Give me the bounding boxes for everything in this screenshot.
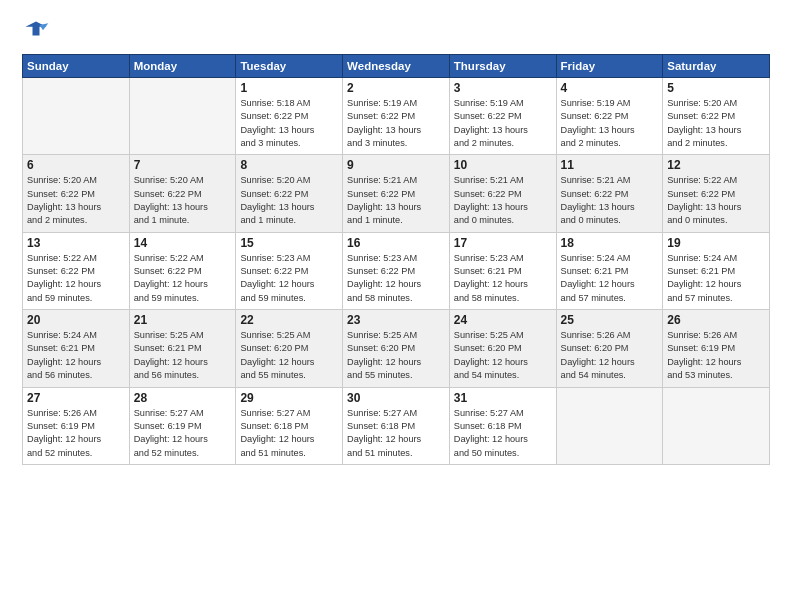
weekday-header-sunday: Sunday (23, 55, 130, 78)
day-number: 10 (454, 158, 552, 172)
day-info: Sunrise: 5:22 AM Sunset: 6:22 PM Dayligh… (667, 174, 765, 227)
calendar-cell (23, 78, 130, 155)
calendar-cell: 7Sunrise: 5:20 AM Sunset: 6:22 PM Daylig… (129, 155, 236, 232)
day-info: Sunrise: 5:19 AM Sunset: 6:22 PM Dayligh… (347, 97, 445, 150)
calendar-cell: 2Sunrise: 5:19 AM Sunset: 6:22 PM Daylig… (343, 78, 450, 155)
day-info: Sunrise: 5:26 AM Sunset: 6:20 PM Dayligh… (561, 329, 659, 382)
calendar-cell: 12Sunrise: 5:22 AM Sunset: 6:22 PM Dayli… (663, 155, 770, 232)
calendar-week-5: 27Sunrise: 5:26 AM Sunset: 6:19 PM Dayli… (23, 387, 770, 464)
day-number: 31 (454, 391, 552, 405)
day-number: 19 (667, 236, 765, 250)
day-number: 26 (667, 313, 765, 327)
day-info: Sunrise: 5:22 AM Sunset: 6:22 PM Dayligh… (27, 252, 125, 305)
calendar-cell: 16Sunrise: 5:23 AM Sunset: 6:22 PM Dayli… (343, 232, 450, 309)
calendar-cell: 24Sunrise: 5:25 AM Sunset: 6:20 PM Dayli… (449, 310, 556, 387)
calendar-cell: 3Sunrise: 5:19 AM Sunset: 6:22 PM Daylig… (449, 78, 556, 155)
calendar-cell: 23Sunrise: 5:25 AM Sunset: 6:20 PM Dayli… (343, 310, 450, 387)
day-info: Sunrise: 5:19 AM Sunset: 6:22 PM Dayligh… (561, 97, 659, 150)
day-number: 3 (454, 81, 552, 95)
day-info: Sunrise: 5:27 AM Sunset: 6:19 PM Dayligh… (134, 407, 232, 460)
day-info: Sunrise: 5:25 AM Sunset: 6:20 PM Dayligh… (347, 329, 445, 382)
calendar-cell: 29Sunrise: 5:27 AM Sunset: 6:18 PM Dayli… (236, 387, 343, 464)
calendar-week-3: 13Sunrise: 5:22 AM Sunset: 6:22 PM Dayli… (23, 232, 770, 309)
calendar-cell: 5Sunrise: 5:20 AM Sunset: 6:22 PM Daylig… (663, 78, 770, 155)
day-number: 16 (347, 236, 445, 250)
day-info: Sunrise: 5:24 AM Sunset: 6:21 PM Dayligh… (561, 252, 659, 305)
day-info: Sunrise: 5:18 AM Sunset: 6:22 PM Dayligh… (240, 97, 338, 150)
calendar-cell: 11Sunrise: 5:21 AM Sunset: 6:22 PM Dayli… (556, 155, 663, 232)
calendar-cell: 14Sunrise: 5:22 AM Sunset: 6:22 PM Dayli… (129, 232, 236, 309)
calendar-table: SundayMondayTuesdayWednesdayThursdayFrid… (22, 54, 770, 465)
calendar-cell: 8Sunrise: 5:20 AM Sunset: 6:22 PM Daylig… (236, 155, 343, 232)
header (22, 18, 770, 46)
calendar-cell: 31Sunrise: 5:27 AM Sunset: 6:18 PM Dayli… (449, 387, 556, 464)
day-number: 13 (27, 236, 125, 250)
day-info: Sunrise: 5:20 AM Sunset: 6:22 PM Dayligh… (134, 174, 232, 227)
day-info: Sunrise: 5:20 AM Sunset: 6:22 PM Dayligh… (667, 97, 765, 150)
day-info: Sunrise: 5:24 AM Sunset: 6:21 PM Dayligh… (667, 252, 765, 305)
calendar-cell (129, 78, 236, 155)
calendar-cell: 25Sunrise: 5:26 AM Sunset: 6:20 PM Dayli… (556, 310, 663, 387)
calendar-cell: 19Sunrise: 5:24 AM Sunset: 6:21 PM Dayli… (663, 232, 770, 309)
day-info: Sunrise: 5:20 AM Sunset: 6:22 PM Dayligh… (240, 174, 338, 227)
day-number: 22 (240, 313, 338, 327)
day-info: Sunrise: 5:21 AM Sunset: 6:22 PM Dayligh… (561, 174, 659, 227)
weekday-header-friday: Friday (556, 55, 663, 78)
calendar-cell: 9Sunrise: 5:21 AM Sunset: 6:22 PM Daylig… (343, 155, 450, 232)
day-info: Sunrise: 5:21 AM Sunset: 6:22 PM Dayligh… (347, 174, 445, 227)
day-number: 7 (134, 158, 232, 172)
calendar-cell: 20Sunrise: 5:24 AM Sunset: 6:21 PM Dayli… (23, 310, 130, 387)
calendar-week-4: 20Sunrise: 5:24 AM Sunset: 6:21 PM Dayli… (23, 310, 770, 387)
day-info: Sunrise: 5:23 AM Sunset: 6:22 PM Dayligh… (347, 252, 445, 305)
calendar-cell: 30Sunrise: 5:27 AM Sunset: 6:18 PM Dayli… (343, 387, 450, 464)
day-info: Sunrise: 5:19 AM Sunset: 6:22 PM Dayligh… (454, 97, 552, 150)
day-info: Sunrise: 5:21 AM Sunset: 6:22 PM Dayligh… (454, 174, 552, 227)
day-info: Sunrise: 5:23 AM Sunset: 6:21 PM Dayligh… (454, 252, 552, 305)
day-number: 29 (240, 391, 338, 405)
calendar-page: SundayMondayTuesdayWednesdayThursdayFrid… (0, 0, 792, 612)
calendar-cell: 13Sunrise: 5:22 AM Sunset: 6:22 PM Dayli… (23, 232, 130, 309)
day-info: Sunrise: 5:25 AM Sunset: 6:20 PM Dayligh… (454, 329, 552, 382)
weekday-header-saturday: Saturday (663, 55, 770, 78)
weekday-header-monday: Monday (129, 55, 236, 78)
day-number: 23 (347, 313, 445, 327)
calendar-cell: 17Sunrise: 5:23 AM Sunset: 6:21 PM Dayli… (449, 232, 556, 309)
day-info: Sunrise: 5:27 AM Sunset: 6:18 PM Dayligh… (240, 407, 338, 460)
calendar-cell (556, 387, 663, 464)
logo-icon (22, 18, 50, 46)
weekday-header-tuesday: Tuesday (236, 55, 343, 78)
day-info: Sunrise: 5:25 AM Sunset: 6:21 PM Dayligh… (134, 329, 232, 382)
weekday-header-row: SundayMondayTuesdayWednesdayThursdayFrid… (23, 55, 770, 78)
day-number: 25 (561, 313, 659, 327)
day-number: 4 (561, 81, 659, 95)
day-info: Sunrise: 5:20 AM Sunset: 6:22 PM Dayligh… (27, 174, 125, 227)
day-info: Sunrise: 5:24 AM Sunset: 6:21 PM Dayligh… (27, 329, 125, 382)
day-number: 2 (347, 81, 445, 95)
day-number: 14 (134, 236, 232, 250)
day-number: 6 (27, 158, 125, 172)
calendar-cell: 15Sunrise: 5:23 AM Sunset: 6:22 PM Dayli… (236, 232, 343, 309)
day-number: 1 (240, 81, 338, 95)
calendar-week-1: 1Sunrise: 5:18 AM Sunset: 6:22 PM Daylig… (23, 78, 770, 155)
day-number: 24 (454, 313, 552, 327)
day-info: Sunrise: 5:27 AM Sunset: 6:18 PM Dayligh… (347, 407, 445, 460)
day-number: 28 (134, 391, 232, 405)
calendar-cell: 27Sunrise: 5:26 AM Sunset: 6:19 PM Dayli… (23, 387, 130, 464)
calendar-cell: 22Sunrise: 5:25 AM Sunset: 6:20 PM Dayli… (236, 310, 343, 387)
day-number: 27 (27, 391, 125, 405)
day-info: Sunrise: 5:26 AM Sunset: 6:19 PM Dayligh… (27, 407, 125, 460)
calendar-cell: 6Sunrise: 5:20 AM Sunset: 6:22 PM Daylig… (23, 155, 130, 232)
day-number: 20 (27, 313, 125, 327)
calendar-cell: 26Sunrise: 5:26 AM Sunset: 6:19 PM Dayli… (663, 310, 770, 387)
weekday-header-thursday: Thursday (449, 55, 556, 78)
weekday-header-wednesday: Wednesday (343, 55, 450, 78)
calendar-cell (663, 387, 770, 464)
calendar-cell: 18Sunrise: 5:24 AM Sunset: 6:21 PM Dayli… (556, 232, 663, 309)
calendar-cell: 10Sunrise: 5:21 AM Sunset: 6:22 PM Dayli… (449, 155, 556, 232)
day-info: Sunrise: 5:27 AM Sunset: 6:18 PM Dayligh… (454, 407, 552, 460)
day-number: 15 (240, 236, 338, 250)
calendar-week-2: 6Sunrise: 5:20 AM Sunset: 6:22 PM Daylig… (23, 155, 770, 232)
day-number: 12 (667, 158, 765, 172)
calendar-cell: 1Sunrise: 5:18 AM Sunset: 6:22 PM Daylig… (236, 78, 343, 155)
day-number: 17 (454, 236, 552, 250)
